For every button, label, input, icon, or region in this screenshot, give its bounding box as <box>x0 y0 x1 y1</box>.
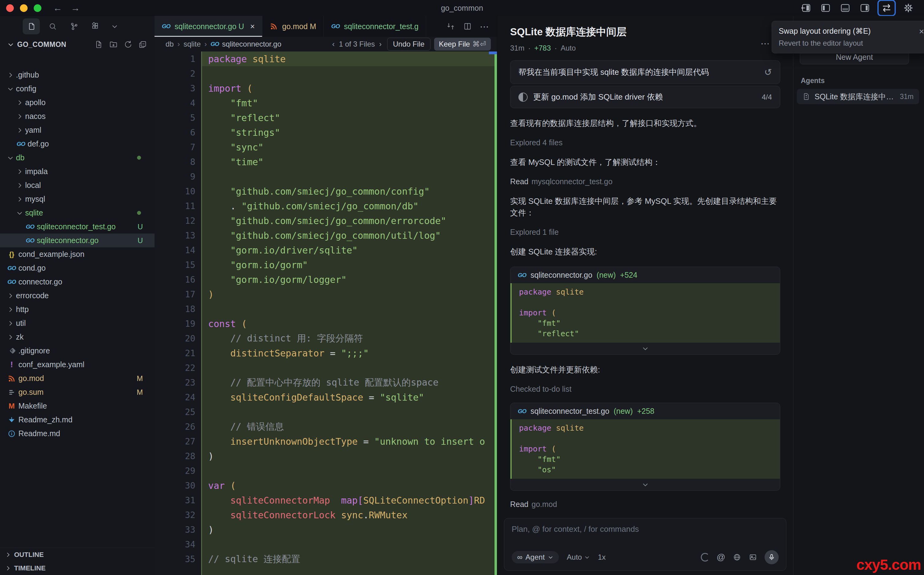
code-line-31[interactable]: 31 sqliteConnectorMap map[SQLiteConnectO… <box>154 493 495 508</box>
diff-card-header[interactable]: GOsqliteconnector_test.go(new)+258 <box>511 403 780 419</box>
tree-item-cond.go[interactable]: GOcond.go <box>0 261 154 275</box>
editor-tab-sqliteconnector_test.g[interactable]: GOsqliteconnector_test.g <box>324 16 426 37</box>
more-views-chevron-icon[interactable] <box>108 18 121 34</box>
outline-section[interactable]: OUTLINE <box>0 548 154 562</box>
tree-item-db[interactable]: db <box>0 151 154 165</box>
code-line-16[interactable]: 16 "gorm.io/gorm/logger" <box>154 272 495 287</box>
new-folder-icon[interactable] <box>109 40 118 49</box>
refresh-explorer-icon[interactable] <box>124 40 132 49</box>
code-line-19[interactable]: 19const ( <box>154 316 495 331</box>
code-line-15[interactable]: 15 "gorm.io/gorm" <box>154 257 495 272</box>
code-line-22[interactable]: 22 <box>154 361 495 375</box>
minimize-window-button[interactable] <box>20 4 28 12</box>
breadcrumb-file[interactable]: GO sqliteconnector.go <box>211 40 281 48</box>
code-line-3[interactable]: 3import ( <box>154 81 495 95</box>
scrollbar-thumb[interactable] <box>489 51 497 54</box>
code-line-26[interactable]: 26 // 错误信息 <box>154 419 495 434</box>
code-editor[interactable]: 1package sqlite23import (4 "fmt"5 "refle… <box>154 51 497 575</box>
code-line-23[interactable]: 23 // 配置中心中存放的 sqlite 配置默认的space <box>154 375 495 390</box>
tooltip-close-icon[interactable]: × <box>919 27 924 37</box>
search-icon[interactable] <box>44 18 61 34</box>
timeline-section[interactable]: TIMELINE <box>0 562 154 575</box>
tree-item-apollo[interactable]: apollo <box>0 95 154 110</box>
code-line-35[interactable]: 35// sqlite 连接配置 <box>154 552 495 566</box>
tree-item-Readme.md[interactable]: Readme.md <box>0 427 154 440</box>
code-line-30[interactable]: 30var ( <box>154 478 495 493</box>
voice-input-mic-button[interactable] <box>765 550 779 564</box>
tree-item-config[interactable]: config <box>0 82 154 95</box>
code-line-33[interactable]: 33) <box>154 522 495 537</box>
toggle-primary-sidebar-icon[interactable] <box>799 1 813 15</box>
code-line-29[interactable]: 29 <box>154 464 495 478</box>
editor-tab-sqliteconnector.go[interactable]: GOsqliteconnector.go U× <box>154 16 262 37</box>
tree-item-mysql[interactable]: mysql <box>0 192 154 206</box>
code-line-24[interactable]: 24 sqliteConfigDefaultSpace = "sqlite" <box>154 390 495 405</box>
code-line-28[interactable]: 28) <box>154 449 495 464</box>
breadcrumb-db[interactable]: db <box>165 40 174 48</box>
layout-panel-bottom-icon[interactable] <box>838 1 852 15</box>
editor-tab-go.mod[interactable]: go.mod M <box>262 16 324 37</box>
mention-context-icon[interactable]: @ <box>717 552 725 562</box>
compare-changes-icon[interactable] <box>446 22 455 31</box>
history-forward-icon[interactable]: → <box>71 3 80 13</box>
agent-list-item[interactable]: SQLite 数据库连接中… 31m <box>797 89 919 104</box>
user-message-card[interactable]: 帮我在当前项目中实现 sqlite 数据库的连接中间层代码 ↺ <box>510 60 780 84</box>
todo-status-card[interactable]: 更新 go.mod 添加 SQLite driver 依赖 4/4 <box>510 86 780 108</box>
code-line-2[interactable]: 2 <box>154 66 495 81</box>
maximize-window-button[interactable] <box>34 4 41 12</box>
expand-diff-chevron-icon[interactable] <box>511 479 780 491</box>
tree-item-impala[interactable]: impala <box>0 165 154 178</box>
project-root-label[interactable]: GO_COMMON <box>17 40 66 49</box>
history-back-icon[interactable]: ← <box>53 3 62 13</box>
editor-more-icon[interactable]: ⋯ <box>480 21 489 32</box>
code-line-21[interactable]: 21 distinctSeparator = ";;;" <box>154 346 495 361</box>
attach-image-icon[interactable] <box>749 553 757 562</box>
code-line-1[interactable]: 1package sqlite <box>154 51 495 66</box>
split-editor-icon[interactable] <box>463 22 472 31</box>
tree-item-yaml[interactable]: yaml <box>0 123 154 137</box>
speed-toggle[interactable]: 1x <box>598 553 606 562</box>
code-line-8[interactable]: 8 "time" <box>154 154 495 169</box>
code-line-20[interactable]: 20 // distinct 用: 字段分隔符 <box>154 331 495 346</box>
code-line-32[interactable]: 32 sqliteConnectorLock sync.RWMutex <box>154 508 495 522</box>
tree-item-sqlite[interactable]: sqlite <box>0 206 154 220</box>
close-tab-icon[interactable]: × <box>250 22 255 31</box>
code-line-11[interactable]: 11 . "github.com/smiecj/go_common/db" <box>154 199 495 213</box>
layout-sidebar-left-icon[interactable] <box>819 1 833 15</box>
code-line-25[interactable]: 25 <box>154 405 495 419</box>
keep-file-button[interactable]: Keep File⌘⏎ <box>434 38 491 51</box>
code-line-27[interactable]: 27 insertUnknownObjectType = "unknown to… <box>154 434 495 449</box>
code-line-12[interactable]: 12 "github.com/smiecj/go_common/errorcod… <box>154 213 495 228</box>
code-line-4[interactable]: 4 "fmt" <box>154 95 495 110</box>
prev-file-chevron-icon[interactable]: ‹ <box>332 40 334 48</box>
breadcrumb-sqlite[interactable]: sqlite <box>184 40 201 48</box>
tree-item-util[interactable]: util <box>0 316 154 330</box>
tree-item-http[interactable]: http <box>0 302 154 316</box>
tree-item-local[interactable]: local <box>0 178 154 192</box>
layout-sidebar-right-icon[interactable] <box>858 1 872 15</box>
tree-item-cond_example.json[interactable]: {}cond_example.json <box>0 247 154 261</box>
tree-item-connector.go[interactable]: GOconnector.go <box>0 275 154 289</box>
code-line-7[interactable]: 7 "sync" <box>154 140 495 154</box>
tree-item-def.go[interactable]: GOdef.go <box>0 137 154 151</box>
agent-mode-dropdown[interactable]: ∞ Agent <box>512 551 559 563</box>
files-explorer-icon[interactable] <box>23 18 40 34</box>
code-line-14[interactable]: 14 "gorm.io/driver/sqlite" <box>154 243 495 257</box>
code-line-5[interactable]: 5 "reflect" <box>154 110 495 125</box>
read-file-status[interactable]: Readgo.mod <box>510 500 780 509</box>
model-dropdown[interactable]: Auto <box>567 553 590 562</box>
collapse-folders-icon[interactable] <box>138 40 147 49</box>
code-line-18[interactable]: 18 <box>154 302 495 316</box>
tree-item-zk[interactable]: zk <box>0 330 154 344</box>
new-file-icon[interactable] <box>94 40 103 49</box>
swap-layout-icon[interactable] <box>878 0 896 16</box>
tree-item-go.sum[interactable]: go.sumM <box>0 385 154 399</box>
diff-card-header[interactable]: GOsqliteconnector.go(new)+524 <box>511 267 780 283</box>
tree-item-errorcode[interactable]: errorcode <box>0 289 154 302</box>
tree-item-.gitignore[interactable]: .gitignore <box>0 344 154 358</box>
tree-item-go.mod[interactable]: go.modM <box>0 372 154 385</box>
tree-item-conf_example.yaml[interactable]: !conf_example.yaml <box>0 358 154 372</box>
web-search-globe-icon[interactable] <box>733 553 741 562</box>
read-file-status[interactable]: Readmysqlconnector_test.go <box>510 177 780 186</box>
settings-gear-icon[interactable] <box>901 1 915 15</box>
